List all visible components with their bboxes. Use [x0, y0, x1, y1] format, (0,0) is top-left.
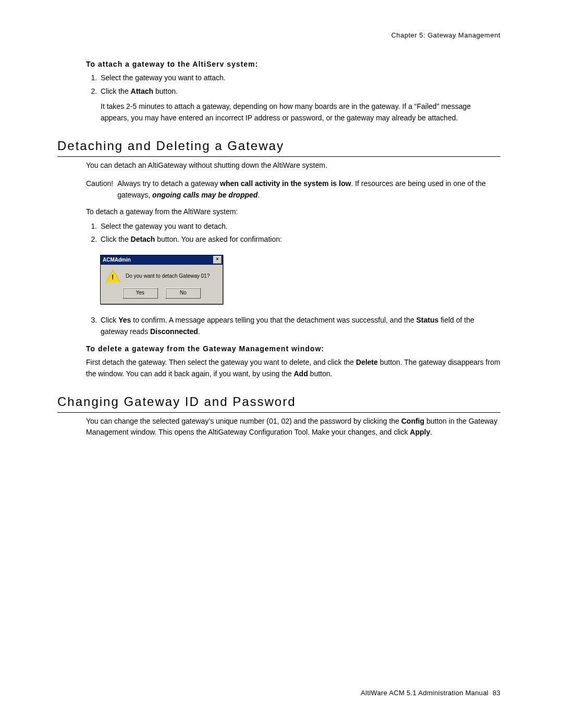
detach-step-1: Select the gateway you want to detach.: [99, 221, 500, 232]
attach-step-1: Select the gateway you want to attach.: [99, 72, 500, 84]
attach-note: It takes 2-5 minutes to attach a gateway…: [101, 101, 500, 124]
dialog-title: ACMAdmin: [103, 257, 131, 263]
dialog-message: Do you want to detach Gateway 01?: [126, 273, 210, 279]
attach-step-2: Click the Attach button. It takes 2-5 mi…: [99, 86, 500, 124]
confirm-dialog-image: ACMAdmin × Do you want to detach Gateway…: [100, 255, 500, 304]
delete-body: First detach the gateway. Then select th…: [86, 357, 500, 379]
no-button[interactable]: No: [165, 288, 201, 299]
section-detach-heading: Detaching and Deleting a Gateway: [57, 139, 500, 157]
detach-prelist: To detach a gateway from the AltiWare sy…: [86, 206, 500, 218]
warning-icon: [106, 270, 120, 282]
yes-button[interactable]: Yes: [123, 288, 158, 299]
change-body: You can change the selected gateway’s un…: [86, 416, 500, 438]
chapter-header: Chapter 5: Gateway Management: [57, 31, 500, 39]
confirm-dialog: ACMAdmin × Do you want to detach Gateway…: [100, 255, 223, 304]
detach-intro: You can detach an AltiGateway without sh…: [86, 160, 500, 171]
section-change-heading: Changing Gateway ID and Password: [57, 394, 500, 413]
detach-steps-cont: Click Yes to confirm. A message appears …: [86, 315, 500, 337]
detach-step-3: Click Yes to confirm. A message appears …: [99, 315, 500, 337]
delete-heading: To delete a gateway from the Gateway Man…: [86, 344, 500, 353]
close-icon[interactable]: ×: [213, 256, 222, 264]
dialog-titlebar: ACMAdmin ×: [101, 255, 223, 265]
detach-steps: Select the gateway you want to detach. C…: [86, 221, 500, 245]
detach-step-2: Click the Detach button. You are asked f…: [99, 234, 500, 245]
attach-steps: Select the gateway you want to attach. C…: [86, 72, 500, 124]
attach-heading: To attach a gateway to the AltiServ syst…: [86, 60, 500, 68]
caution-block: Caution! Always try to detach a gateway …: [86, 178, 500, 201]
page-footer: AltiWare ACM 5.1 Administration Manual 8…: [361, 689, 500, 697]
